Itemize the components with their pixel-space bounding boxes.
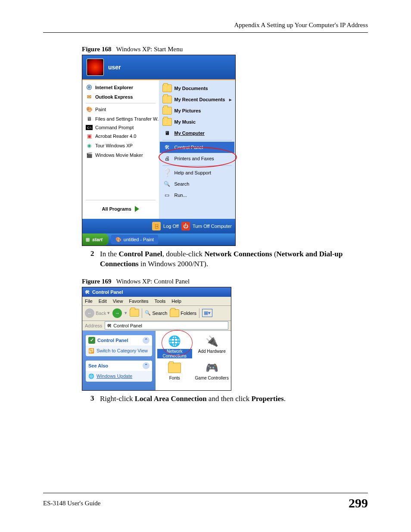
menu-item-search[interactable]: 🔍 Search xyxy=(160,178,235,190)
menu-item-my-documents[interactable]: My Documents xyxy=(160,83,235,94)
side-panel-see-also: See Also ⌃ 🌐 Windows Update xyxy=(86,361,152,382)
menu-help[interactable]: Help xyxy=(171,299,181,304)
step-2: 2 In the Control Panel, double-click Net… xyxy=(90,249,368,269)
menu-label: My Pictures xyxy=(174,108,201,113)
menu-label: Tour Windows XP xyxy=(95,143,133,148)
figure-168-label: Figure 168 xyxy=(82,46,111,53)
start-menu-header: user xyxy=(82,55,235,79)
collapse-icon[interactable]: ⌃ xyxy=(143,362,149,369)
step-number: 3 xyxy=(90,394,100,404)
separator xyxy=(162,165,232,166)
collapse-icon[interactable]: ⌃ xyxy=(143,337,149,344)
menu-item-tour-windows-xp[interactable]: ◉ Tour Windows XP xyxy=(83,141,158,150)
start-menu-left: ⓔ Internet Explorer ✉ Outlook Express 🎨 … xyxy=(82,80,159,219)
back-arrow-icon: ← xyxy=(85,308,94,318)
menu-item-my-computer[interactable]: 🖥 My Computer xyxy=(160,128,235,139)
control-panel-icon: ✓ xyxy=(88,337,95,344)
address-input[interactable]: 🛠 Control Panel xyxy=(105,321,228,330)
menu-label: Control Panel xyxy=(174,145,203,150)
figure-169-label: Figure 169 xyxy=(82,278,111,285)
dropdown-icon: ▾ xyxy=(107,310,110,316)
menu-item-all-programs[interactable]: All Programs xyxy=(83,202,158,216)
separator xyxy=(86,200,156,200)
paint-icon: 🎨 xyxy=(115,237,121,243)
menu-item-my-pictures[interactable]: My Pictures xyxy=(160,105,235,116)
up-button[interactable] xyxy=(130,309,139,317)
search-button[interactable]: 🔍 Search xyxy=(145,310,167,316)
menu-item-outlook-express[interactable]: ✉ Outlook Express xyxy=(83,92,158,102)
icon-game-controllers[interactable]: 🎮 Game Controllers xyxy=(195,361,230,380)
menu-item-run[interactable]: ▭ Run... xyxy=(160,190,235,201)
menu-view[interactable]: View xyxy=(113,299,123,304)
separator xyxy=(86,103,156,103)
menu-label: Windows Movie Maker xyxy=(95,152,143,158)
menu-label: My Computer xyxy=(174,131,205,136)
back-button[interactable]: ← Back ▾ xyxy=(85,308,110,318)
dropdown-icon: ▾ xyxy=(125,310,127,316)
folders-button[interactable]: Folders xyxy=(170,309,196,317)
menu-item-command-prompt[interactable]: C:\ Command Prompt xyxy=(83,124,158,131)
icon-fonts[interactable]: Fonts xyxy=(157,361,192,380)
menu-item-paint[interactable]: 🎨 Paint xyxy=(83,105,158,114)
user-avatar-icon xyxy=(87,59,104,76)
menu-file[interactable]: File xyxy=(85,299,93,304)
taskbar-app-paint[interactable]: 🎨 untitled - Paint xyxy=(111,235,158,244)
acrobat-icon: ▣ xyxy=(86,133,93,140)
separator xyxy=(162,140,232,140)
menu-label: My Music xyxy=(174,119,196,124)
cmd-icon: C:\ xyxy=(86,125,93,130)
figure-169-title: Windows XP: Control Panel xyxy=(116,278,190,285)
menu-item-control-panel[interactable]: 🛠 Control Panel xyxy=(160,142,235,153)
logoff-label[interactable]: Log Off xyxy=(163,224,179,229)
side-pane: ✓Control Panel ⌃ 🔁 Switch to Category Vi… xyxy=(82,331,156,390)
figure-168-title: Windows XP: Start Menu xyxy=(116,46,183,53)
paint-icon: 🎨 xyxy=(86,106,93,113)
turnoff-label[interactable]: Turn Off Computer xyxy=(193,224,232,229)
switch-category-view-link[interactable]: 🔁 Switch to Category View xyxy=(86,345,152,356)
folder-icon xyxy=(170,309,179,317)
menu-item-help-support[interactable]: ❔ Help and Support xyxy=(160,167,235,178)
menu-item-my-recent-documents[interactable]: My Recent Documents ▸ xyxy=(160,94,235,105)
menu-tools[interactable]: Tools xyxy=(155,299,166,304)
header-rule xyxy=(43,32,368,33)
page-footer: ES-3148 User's Guide 299 xyxy=(43,493,368,510)
outlook-icon: ✉ xyxy=(86,93,93,100)
menu-label: Help and Support xyxy=(174,170,212,175)
menu-label: Printers and Faxes xyxy=(174,156,214,161)
logoff-icon[interactable]: ⍈ xyxy=(152,222,161,230)
menu-edit[interactable]: Edit xyxy=(99,299,107,304)
menu-label: My Documents xyxy=(174,86,208,91)
figure-168-caption: Figure 168 Windows XP: Start Menu xyxy=(82,46,368,53)
menu-item-files-settings-transfer[interactable]: 🖥 Files and Settings Transfer W... xyxy=(83,114,158,124)
icon-area: 🌐 Network Connections 🔌 Add Hardware Fon… xyxy=(156,331,231,390)
icon-add-hardware[interactable]: 🔌 Add Hardware xyxy=(195,334,230,358)
menu-item-internet-explorer[interactable]: ⓔ Internet Explorer xyxy=(83,83,158,92)
menu-item-movie-maker[interactable]: 🎬 Windows Movie Maker xyxy=(83,150,158,160)
folders-label: Folders xyxy=(181,311,196,316)
shutdown-icon[interactable]: ⏻ xyxy=(181,222,190,230)
windows-update-link[interactable]: 🌐 Windows Update xyxy=(86,371,152,382)
start-menu-right: My Documents My Recent Documents ▸ My Pi… xyxy=(159,80,236,219)
address-label: Address xyxy=(85,323,102,328)
forward-button[interactable]: → xyxy=(112,308,122,318)
guide-title: ES-3148 User's Guide xyxy=(43,500,101,507)
fonts-icon xyxy=(168,361,181,375)
menu-item-my-music[interactable]: My Music xyxy=(160,116,235,128)
menu-item-printers-faxes[interactable]: 🖨 Printers and Faxes xyxy=(160,153,235,164)
switch-label: Switch to Category View xyxy=(97,348,148,353)
address-bar: Address 🛠 Control Panel xyxy=(82,321,231,331)
icon-label: Add Hardware xyxy=(198,349,226,354)
start-button[interactable]: ⊞ start xyxy=(82,233,109,246)
windows-update-label: Windows Update xyxy=(97,373,132,379)
step-text: In the Control Panel, double-click Netwo… xyxy=(100,249,368,269)
folder-icon xyxy=(162,84,172,93)
menu-favorites[interactable]: Favorites xyxy=(129,299,148,304)
start-menu-screenshot: user ⓔ Internet Explorer ✉ Outlook Expre… xyxy=(82,55,368,246)
icon-label: Game Controllers xyxy=(195,376,229,380)
icon-network-connections[interactable]: 🌐 Network Connections xyxy=(157,334,192,358)
ie-icon: ⓔ xyxy=(86,84,93,91)
views-button[interactable]: ▦▾ xyxy=(202,309,212,317)
network-connections-icon: 🌐 xyxy=(168,334,181,348)
menu-item-acrobat-reader[interactable]: ▣ Acrobat Reader 4.0 xyxy=(83,131,158,141)
search-icon: 🔍 xyxy=(162,179,172,189)
